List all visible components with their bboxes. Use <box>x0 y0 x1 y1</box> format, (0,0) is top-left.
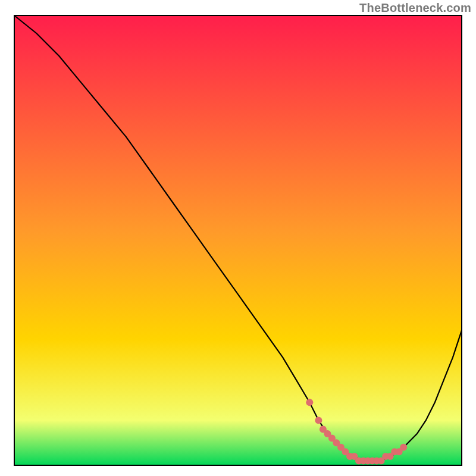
optimal-marker <box>400 444 407 451</box>
optimal-marker <box>306 399 313 406</box>
bottleneck-chart <box>0 0 476 476</box>
optimal-marker <box>315 416 322 424</box>
chart-frame: TheBottleneck.com <box>0 0 476 476</box>
